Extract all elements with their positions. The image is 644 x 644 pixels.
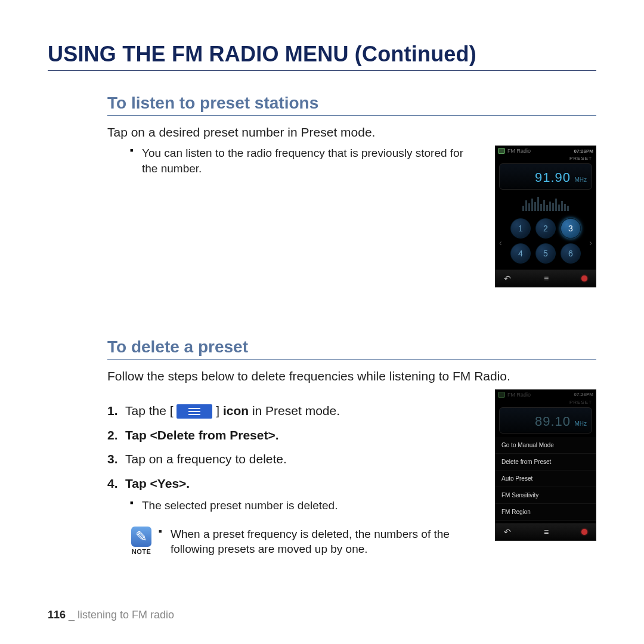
page-title: USING THE FM RADIO MENU (Continued) [48, 42, 596, 71]
frequency-value: 91.90 [535, 170, 571, 185]
step-3: Tap on a frequency to delete. [107, 450, 477, 469]
frequency-value: 89.10 [535, 414, 571, 429]
context-menu: Go to Manual Mode Delete from Preset Aut… [496, 437, 596, 521]
device-time: 07:26PM [574, 392, 593, 397]
radio-icon [498, 148, 505, 154]
note-badge: ✎ NOTE [131, 527, 151, 555]
note-text: When a preset frequency is deleted, the … [159, 527, 477, 557]
note-icon: ✎ [131, 527, 151, 547]
menu-item-delete-preset: Delete from Preset [496, 454, 596, 470]
step-2: Tap <Delete from Preset>. [107, 426, 477, 445]
frequency-unit: MHz [574, 420, 587, 427]
menu-icon: ≡ [544, 274, 549, 283]
preset-button-5: 5 [535, 243, 556, 264]
preset-button-4: 4 [510, 243, 531, 264]
preset-button-6: 6 [561, 243, 581, 264]
preset-button-1: 1 [510, 218, 531, 239]
device-mode-label: PRESET [496, 398, 596, 406]
menu-icon: ≡ [544, 527, 549, 537]
frequency-display: 89.10 MHz [499, 407, 592, 434]
device-screenshot-preset: FM Radio 07:26PM PRESET 91.90 MHz ‹ 1 2 [495, 145, 596, 287]
back-icon: ↶ [504, 274, 511, 283]
prev-arrow-icon: ‹ [499, 238, 502, 247]
step-4: Tap <Yes>. [107, 474, 477, 494]
menu-item-manual-mode: Go to Manual Mode [496, 437, 596, 454]
device-app-title: FM Radio [507, 392, 531, 398]
section-listen-bullet: You can listen to the radio frequency th… [142, 145, 477, 176]
preset-button-3: 3 [561, 218, 581, 239]
next-arrow-icon: › [589, 238, 592, 247]
menu-item-fm-sensitivity: FM Sensitivity [496, 487, 596, 504]
section-listen-title: To listen to preset stations [107, 94, 596, 116]
back-icon: ↶ [504, 527, 511, 537]
note-label: NOTE [132, 548, 151, 555]
menu-item-auto-preset: Auto Preset [496, 470, 596, 487]
page-footer: 116 _ listening to FM radio [48, 609, 174, 621]
device-screenshot-menu: FM Radio 07:26PM PRESET 89.10 MHz Go to … [495, 389, 596, 541]
record-icon [581, 529, 587, 535]
step-1: Tap the [ ] icon in Preset mode. [107, 401, 477, 421]
section-delete-intro: Follow the steps below to delete frequen… [107, 368, 596, 385]
spectrum-graphic [500, 193, 591, 211]
preset-grid: 1 2 3 4 5 6 [496, 216, 596, 270]
menu-item-fm-region: FM Region [496, 504, 596, 521]
step-result-bullet: The selected preset number is deleted. [142, 498, 477, 513]
device-time: 07:26PM [574, 148, 593, 154]
record-icon [581, 275, 587, 281]
section-listen-intro: Tap on a desired preset number in Preset… [107, 124, 596, 141]
section-delete-title: To delete a preset [107, 338, 596, 360]
preset-button-2: 2 [535, 218, 556, 239]
device-app-title: FM Radio [507, 148, 531, 154]
chapter-name: listening to FM radio [78, 609, 174, 621]
device-mode-label: PRESET [496, 154, 596, 162]
menu-button-icon [177, 404, 212, 419]
page-number: 116 [48, 609, 66, 621]
radio-icon [498, 392, 505, 398]
frequency-unit: MHz [574, 177, 587, 183]
frequency-display: 91.90 MHz [499, 163, 592, 190]
